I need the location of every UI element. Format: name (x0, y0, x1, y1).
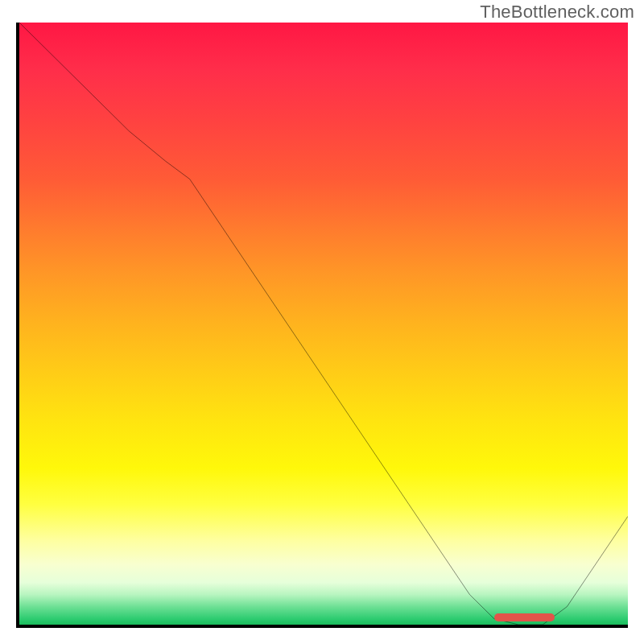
watermark-text: TheBottleneck.com (480, 2, 634, 23)
plot-area (16, 23, 628, 628)
optimal-marker (494, 613, 555, 621)
bottleneck-curve (19, 23, 628, 625)
chart-container: TheBottleneck.com (0, 0, 644, 644)
